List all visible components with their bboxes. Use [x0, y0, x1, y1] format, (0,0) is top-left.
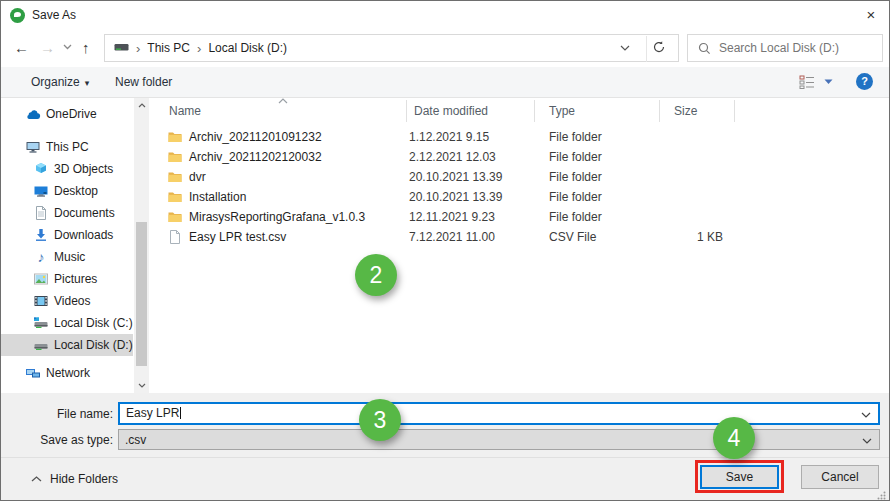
- sidebar-item-label: Network: [46, 366, 90, 380]
- back-icon: ←: [14, 39, 29, 56]
- close-button[interactable]: ×: [861, 5, 881, 25]
- new-folder-button[interactable]: New folder: [115, 67, 172, 97]
- folder-icon: [167, 169, 183, 185]
- sidebar-item-onedrive[interactable]: OneDrive: [1, 103, 133, 125]
- column-header-size[interactable]: Size: [674, 104, 697, 118]
- breadcrumb-item-local-disk-d[interactable]: Local Disk (D:): [208, 41, 287, 55]
- view-dropdown-button[interactable]: [824, 79, 833, 85]
- table-row[interactable]: Installation 20.10.2021 13.39 File folde…: [153, 187, 889, 207]
- file-name-cell: dvr: [189, 167, 206, 187]
- drive-icon: [114, 43, 129, 53]
- column-divider[interactable]: [406, 100, 407, 122]
- chevron-down-icon[interactable]: [861, 412, 871, 418]
- sidebar-item-3d-objects[interactable]: 3D Objects: [1, 158, 133, 180]
- annotation-step-3: 3: [359, 399, 401, 441]
- table-row[interactable]: MirasysReportingGrafana_v1.0.3 12.11.202…: [153, 207, 889, 227]
- sidebar-item-label: Music: [54, 250, 85, 264]
- address-bar[interactable]: › This PC › Local Disk (D:): [104, 34, 679, 62]
- sort-ascending-icon: [278, 98, 288, 104]
- network-icon: [25, 365, 41, 381]
- this-pc-icon: [25, 139, 41, 155]
- breadcrumb-separator: ›: [197, 41, 201, 56]
- chevron-down-icon: [138, 383, 146, 388]
- sidebar-item-label: 3D Objects: [54, 162, 113, 176]
- type-cell: File folder: [549, 127, 602, 147]
- table-row[interactable]: Archiv_20211201091232 1.12.2021 9.15 Fil…: [153, 127, 889, 147]
- table-row[interactable]: Archiv_20211202120032 2.12.2021 12.03 Fi…: [153, 147, 889, 167]
- file-name-cell: Installation: [189, 187, 246, 207]
- column-header-row: Name Date modified Type Size: [153, 98, 889, 124]
- sidebar-item-network[interactable]: Network: [1, 362, 133, 384]
- table-row[interactable]: Easy LPR test.csv 7.12.2021 11.00 CSV Fi…: [153, 227, 889, 247]
- table-row[interactable]: dvr 20.10.2021 13.39 File folder: [153, 167, 889, 187]
- help-icon: ?: [861, 75, 868, 87]
- sidebar-item-label: OneDrive: [46, 107, 97, 121]
- text-caret: [180, 407, 181, 419]
- resize-grip[interactable]: [877, 491, 886, 500]
- search-box[interactable]: Search Local Disk (D:): [687, 34, 883, 62]
- sidebar-item-local-disk-c[interactable]: Local Disk (C:): [1, 312, 133, 334]
- documents-icon: [33, 205, 49, 221]
- back-button[interactable]: ←: [14, 38, 29, 58]
- chevron-down-icon: [63, 44, 72, 50]
- chevron-down-icon[interactable]: [862, 438, 872, 444]
- help-button[interactable]: ?: [856, 73, 873, 90]
- sidebar-item-local-disk-d[interactable]: Local Disk (D:): [1, 334, 133, 356]
- column-divider[interactable]: [734, 100, 735, 122]
- date-modified-cell: 20.10.2021 13.39: [409, 187, 502, 207]
- save-as-type-value: .csv: [125, 433, 146, 447]
- music-icon: ♪: [33, 249, 49, 265]
- refresh-icon: [652, 40, 666, 54]
- file-rows: Archiv_20211201091232 1.12.2021 9.15 Fil…: [153, 127, 889, 247]
- save-button[interactable]: Save: [700, 465, 779, 489]
- cancel-button[interactable]: Cancel: [801, 465, 879, 489]
- file-name-cell: Archiv_20211202120032: [189, 147, 322, 167]
- column-divider[interactable]: [534, 100, 535, 122]
- sidebar-item-desktop[interactable]: Desktop: [1, 180, 133, 202]
- navigation-bar: ← → ↑ › This PC › Local Disk (D:) Sea: [1, 29, 889, 67]
- footer: Hide Folders Save Cancel: [1, 457, 889, 501]
- chevron-down-icon: [620, 45, 630, 51]
- sidebar-item-videos[interactable]: Videos: [1, 290, 133, 312]
- file-name-cell: MirasysReportingGrafana_v1.0.3: [189, 207, 365, 227]
- date-modified-cell: 1.12.2021 9.15: [409, 127, 489, 147]
- breadcrumb: › This PC › Local Disk (D:): [105, 35, 287, 61]
- address-dropdown-button[interactable]: [620, 45, 630, 51]
- organize-button[interactable]: Organize▾: [31, 67, 89, 97]
- desktop-icon: [33, 183, 49, 199]
- sidebar-scrollbar[interactable]: [134, 98, 149, 393]
- date-modified-cell: 7.12.2021 11.00: [409, 227, 495, 247]
- breadcrumb-separator: ›: [136, 41, 140, 56]
- breadcrumb-item-this-pc[interactable]: This PC: [147, 41, 190, 55]
- history-dropdown-button[interactable]: [63, 44, 72, 50]
- sidebar-item-downloads[interactable]: Downloads: [1, 224, 133, 246]
- refresh-button[interactable]: [652, 40, 672, 58]
- sidebar-item-label: Local Disk (D:): [54, 338, 133, 352]
- column-header-type[interactable]: Type: [549, 104, 575, 118]
- scroll-down-button[interactable]: [134, 378, 149, 393]
- column-divider[interactable]: [659, 100, 660, 122]
- column-header-name[interactable]: Name: [169, 104, 201, 118]
- save-as-type-select[interactable]: .csv: [118, 429, 880, 450]
- sidebar-item-pictures[interactable]: Pictures: [1, 268, 133, 290]
- scroll-up-button[interactable]: [134, 98, 149, 113]
- up-icon: ↑: [82, 39, 90, 56]
- sidebar-item-documents[interactable]: Documents: [1, 202, 133, 224]
- sidebar-item-this-pc[interactable]: This PC: [1, 136, 133, 158]
- details-view-icon: [799, 74, 815, 89]
- forward-button[interactable]: →: [40, 38, 55, 58]
- folder-icon: [167, 129, 183, 145]
- file-name-input[interactable]: Easy LPR: [118, 402, 880, 425]
- hide-folders-button[interactable]: Hide Folders: [31, 472, 118, 486]
- scrollbar-thumb[interactable]: [136, 222, 147, 366]
- type-cell: File folder: [549, 147, 602, 167]
- file-name-value: Easy LPR: [126, 406, 179, 420]
- folder-icon: [167, 209, 183, 225]
- view-details-button[interactable]: [799, 74, 815, 89]
- column-header-date-modified[interactable]: Date modified: [414, 104, 488, 118]
- date-modified-cell: 12.11.2021 9.23: [409, 207, 495, 227]
- local-disk-c-icon: [33, 315, 49, 331]
- up-button[interactable]: ↑: [82, 38, 90, 58]
- sidebar-item-music[interactable]: ♪ Music: [1, 246, 133, 268]
- save-as-dialog: Save As × ← → ↑ › This PC › Local Disk (…: [0, 0, 890, 501]
